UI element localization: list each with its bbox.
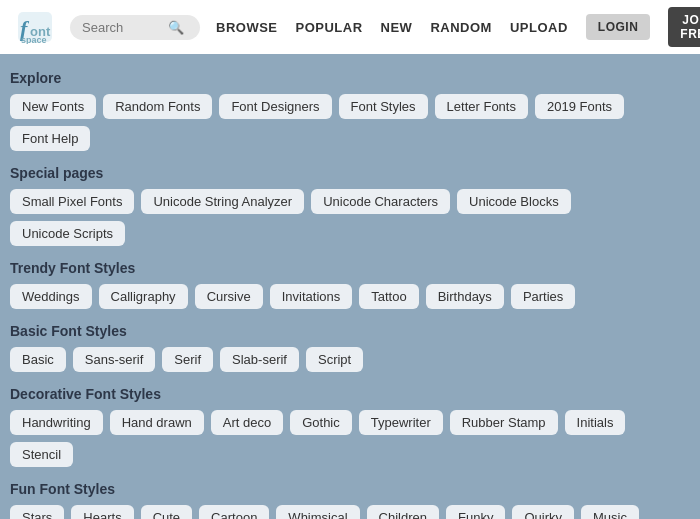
tag-item[interactable]: Letter Fonts xyxy=(435,94,528,119)
tag-item[interactable]: Stars xyxy=(10,505,64,519)
tag-item[interactable]: Small Pixel Fonts xyxy=(10,189,134,214)
tag-item[interactable]: Typewriter xyxy=(359,410,443,435)
nav-new[interactable]: NEW xyxy=(381,20,413,35)
tag-item[interactable]: Cute xyxy=(141,505,192,519)
tag-item[interactable]: Quirky xyxy=(512,505,574,519)
tag-item[interactable]: Random Fonts xyxy=(103,94,212,119)
tag-item[interactable]: Cartoon xyxy=(199,505,269,519)
main-content: ExploreNew FontsRandom FontsFont Designe… xyxy=(0,54,700,519)
tag-item[interactable]: Music xyxy=(581,505,639,519)
nav-popular[interactable]: POPULAR xyxy=(296,20,363,35)
tag-item[interactable]: Font Designers xyxy=(219,94,331,119)
main-nav: BROWSE POPULAR NEW RANDOM UPLOAD LOGIN J… xyxy=(216,7,700,47)
section-title-explore: Explore xyxy=(10,70,690,86)
section-title-special-pages: Special pages xyxy=(10,165,690,181)
tag-item[interactable]: New Fonts xyxy=(10,94,96,119)
section-decorative-font-styles: Decorative Font StylesHandwritingHand dr… xyxy=(10,386,690,467)
logo[interactable]: f ont space xyxy=(16,10,54,44)
tag-item[interactable]: Gothic xyxy=(290,410,352,435)
login-button[interactable]: LOGIN xyxy=(586,14,651,40)
tag-item[interactable]: Funky xyxy=(446,505,505,519)
section-fun-font-styles: Fun Font StylesStarsHeartsCuteCartoonWhi… xyxy=(10,481,690,519)
tag-item[interactable]: Unicode Characters xyxy=(311,189,450,214)
tag-item[interactable]: Font Styles xyxy=(339,94,428,119)
search-bar[interactable]: 🔍 xyxy=(70,15,200,40)
tag-item[interactable]: Unicode String Analyzer xyxy=(141,189,304,214)
tag-item[interactable]: Rubber Stamp xyxy=(450,410,558,435)
tag-item[interactable]: Children xyxy=(367,505,439,519)
svg-text:space: space xyxy=(21,35,47,44)
tags-special-pages: Small Pixel FontsUnicode String Analyzer… xyxy=(10,189,690,246)
tag-item[interactable]: Initials xyxy=(565,410,626,435)
tag-item[interactable]: Handwriting xyxy=(10,410,103,435)
tag-item[interactable]: Whimsical xyxy=(276,505,359,519)
nav-random[interactable]: RANDOM xyxy=(430,20,492,35)
tags-trendy-font-styles: WeddingsCalligraphyCursiveInvitationsTat… xyxy=(10,284,690,309)
tag-item[interactable]: Art deco xyxy=(211,410,283,435)
tags-basic-font-styles: BasicSans-serifSerifSlab-serifScript xyxy=(10,347,690,372)
join-button[interactable]: JOIN FREE xyxy=(668,7,700,47)
tags-fun-font-styles: StarsHeartsCuteCartoonWhimsicalChildrenF… xyxy=(10,505,690,519)
nav-browse[interactable]: BROWSE xyxy=(216,20,278,35)
tag-item[interactable]: Script xyxy=(306,347,363,372)
section-special-pages: Special pagesSmall Pixel FontsUnicode St… xyxy=(10,165,690,246)
search-input[interactable] xyxy=(82,20,162,35)
tag-item[interactable]: Font Help xyxy=(10,126,90,151)
tags-decorative-font-styles: HandwritingHand drawnArt decoGothicTypew… xyxy=(10,410,690,467)
tag-item[interactable]: Invitations xyxy=(270,284,353,309)
section-trendy-font-styles: Trendy Font StylesWeddingsCalligraphyCur… xyxy=(10,260,690,309)
tag-item[interactable]: 2019 Fonts xyxy=(535,94,624,119)
tag-item[interactable]: Slab-serif xyxy=(220,347,299,372)
section-basic-font-styles: Basic Font StylesBasicSans-serifSerifSla… xyxy=(10,323,690,372)
tag-item[interactable]: Calligraphy xyxy=(99,284,188,309)
nav-upload[interactable]: UPLOAD xyxy=(510,20,568,35)
tag-item[interactable]: Serif xyxy=(162,347,213,372)
tag-item[interactable]: Hearts xyxy=(71,505,133,519)
section-title-basic-font-styles: Basic Font Styles xyxy=(10,323,690,339)
tag-item[interactable]: Parties xyxy=(511,284,575,309)
tag-item[interactable]: Basic xyxy=(10,347,66,372)
tag-item[interactable]: Stencil xyxy=(10,442,73,467)
section-title-decorative-font-styles: Decorative Font Styles xyxy=(10,386,690,402)
tag-item[interactable]: Unicode Blocks xyxy=(457,189,571,214)
tag-item[interactable]: Cursive xyxy=(195,284,263,309)
tag-item[interactable]: Unicode Scripts xyxy=(10,221,125,246)
tag-item[interactable]: Birthdays xyxy=(426,284,504,309)
section-title-trendy-font-styles: Trendy Font Styles xyxy=(10,260,690,276)
tag-item[interactable]: Tattoo xyxy=(359,284,418,309)
header: f ont space 🔍 BROWSE POPULAR NEW RANDOM … xyxy=(0,0,700,54)
tag-item[interactable]: Hand drawn xyxy=(110,410,204,435)
search-icon: 🔍 xyxy=(168,20,184,35)
tag-item[interactable]: Weddings xyxy=(10,284,92,309)
tags-explore: New FontsRandom FontsFont DesignersFont … xyxy=(10,94,690,151)
tag-item[interactable]: Sans-serif xyxy=(73,347,156,372)
section-title-fun-font-styles: Fun Font Styles xyxy=(10,481,690,497)
section-explore: ExploreNew FontsRandom FontsFont Designe… xyxy=(10,70,690,151)
